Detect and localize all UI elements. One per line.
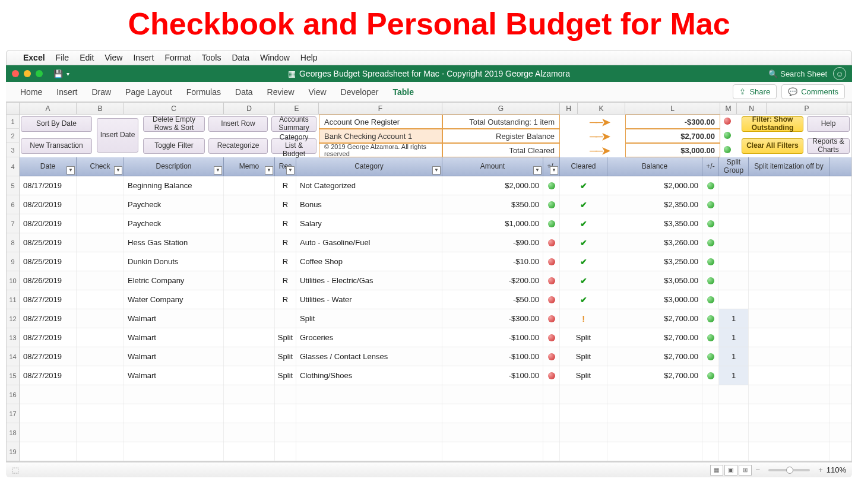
row-9[interactable]: 9: [7, 252, 20, 271]
tab-data[interactable]: Data: [228, 87, 260, 97]
row-18[interactable]: 18: [7, 423, 20, 442]
row-2[interactable]: 2: [7, 129, 20, 143]
row-11[interactable]: 11: [7, 290, 20, 309]
menu-tools[interactable]: Tools: [202, 53, 221, 62]
row-1[interactable]: 1: [7, 115, 20, 129]
col-K[interactable]: K: [578, 103, 625, 114]
hdr-category[interactable]: Category▼: [296, 157, 442, 176]
selection-mode-icon[interactable]: ⬚: [12, 465, 19, 474]
col-C[interactable]: C: [124, 103, 224, 114]
col-D[interactable]: D: [224, 103, 275, 114]
filter-icon[interactable]: ▼: [114, 166, 122, 175]
filter-icon[interactable]: ▼: [550, 166, 558, 175]
table-row[interactable]: 08/27/2019WalmartSplitClothing/Shoes-$10…: [20, 366, 851, 385]
filter-icon[interactable]: ▼: [286, 166, 295, 175]
clear-all-filters-button[interactable]: Clear All Filters: [742, 138, 803, 154]
row-19[interactable]: 19: [7, 442, 20, 461]
recategorize-button[interactable]: Recategorize: [208, 138, 268, 154]
help-button[interactable]: Help: [807, 116, 850, 132]
table-row[interactable]: [20, 385, 851, 404]
close-icon[interactable]: [12, 70, 19, 77]
col-G[interactable]: G: [442, 103, 560, 114]
insert-date-button[interactable]: Insert Date: [97, 118, 138, 153]
row-16[interactable]: 16: [7, 385, 20, 404]
col-P[interactable]: P: [767, 103, 847, 114]
hdr-description[interactable]: Description▼: [124, 157, 224, 176]
table-row[interactable]: [20, 404, 851, 423]
row-4[interactable]: 4: [7, 157, 20, 176]
tab-home[interactable]: Home: [13, 87, 49, 97]
zoom-slider[interactable]: [768, 469, 810, 471]
tab-formulas[interactable]: Formulas: [179, 87, 228, 97]
hdr-rec[interactable]: Rec▼: [275, 157, 296, 176]
hdr-date[interactable]: Date▼: [20, 157, 77, 176]
row-14[interactable]: 14: [7, 347, 20, 366]
sort-by-date-button[interactable]: Sort By Date: [21, 116, 92, 132]
tab-insert[interactable]: Insert: [49, 87, 84, 97]
row-15[interactable]: 15: [7, 366, 20, 385]
table-row[interactable]: [20, 423, 851, 442]
menu-data[interactable]: Data: [232, 53, 249, 62]
zoom-out-icon[interactable]: −: [756, 465, 761, 474]
filter-icon[interactable]: ▼: [432, 166, 441, 175]
reports-button[interactable]: Reports & Charts: [807, 138, 850, 154]
menu-window[interactable]: Window: [260, 53, 290, 62]
row-10[interactable]: 10: [7, 271, 20, 290]
row-8[interactable]: 8: [7, 233, 20, 252]
hdr-balance[interactable]: Balance: [607, 157, 702, 176]
delete-empty-button[interactable]: Delete Empty Rows & Sort: [143, 116, 205, 132]
comments-button[interactable]: 💬Comments: [781, 84, 845, 99]
search-sheet[interactable]: 🔍Search Sheet: [768, 69, 827, 78]
table-row[interactable]: 08/17/2019Beginning BalanceRNot Categori…: [20, 176, 851, 195]
tab-developer[interactable]: Developer: [334, 87, 386, 97]
filter-icon[interactable]: ▼: [214, 166, 222, 175]
view-page-layout-icon[interactable]: ▣: [724, 465, 737, 476]
menu-format[interactable]: Format: [164, 53, 191, 62]
menu-file[interactable]: File: [56, 53, 69, 62]
hdr-amount[interactable]: Amount▼: [442, 157, 543, 176]
table-row[interactable]: 08/25/2019Dunkin DonutsRCoffee Shop-$10.…: [20, 252, 851, 271]
hdr-pm2[interactable]: +/-: [702, 157, 719, 176]
toggle-filter-button[interactable]: Toggle Filter: [143, 138, 205, 154]
col-F[interactable]: F: [319, 103, 442, 114]
row-13[interactable]: 13: [7, 328, 20, 347]
table-row[interactable]: 08/27/2019WalmartSplitGroceries-$100.00S…: [20, 328, 851, 347]
table-row[interactable]: 08/27/2019Water CompanyRUtilities - Wate…: [20, 290, 851, 309]
filter-show-outstanding-button[interactable]: Filter: Show Outstanding: [742, 116, 803, 132]
row-3[interactable]: 3: [7, 143, 20, 157]
hdr-memo[interactable]: Memo▼: [224, 157, 275, 176]
hdr-itemization[interactable]: Split itemization off by: [749, 157, 829, 176]
table-row[interactable]: [20, 442, 851, 461]
tab-draw[interactable]: Draw: [84, 87, 118, 97]
menu-view[interactable]: View: [105, 53, 122, 62]
row-7[interactable]: 7: [7, 214, 20, 233]
table-row[interactable]: 08/20/2019PaycheckRSalary$1,000.00✔$3,35…: [20, 214, 851, 233]
view-normal-icon[interactable]: ▦: [710, 465, 723, 476]
row-12[interactable]: 12: [7, 309, 20, 328]
accounts-summary-button[interactable]: Accounts Summary: [271, 116, 316, 132]
zoom-level[interactable]: 110%: [827, 465, 846, 474]
qat-chevron-icon[interactable]: ▾: [67, 71, 69, 77]
insert-row-button[interactable]: Insert Row: [208, 116, 268, 132]
col-N[interactable]: N: [737, 103, 767, 114]
hdr-pm[interactable]: +/-▼: [543, 157, 560, 176]
tab-table[interactable]: Table: [385, 87, 421, 97]
filter-icon[interactable]: ▼: [67, 166, 75, 175]
minimize-icon[interactable]: [24, 70, 31, 77]
tab-page-layout[interactable]: Page Layout: [118, 87, 179, 97]
row-17[interactable]: 17: [7, 404, 20, 423]
maximize-icon[interactable]: [36, 70, 43, 77]
col-M[interactable]: M: [720, 103, 737, 114]
menu-app[interactable]: Excel: [23, 53, 45, 62]
table-row[interactable]: 08/26/2019Eletric CompanyRUtilities - El…: [20, 271, 851, 290]
hdr-check[interactable]: Check▼: [77, 157, 124, 176]
row-5[interactable]: 5: [7, 176, 20, 195]
tab-review[interactable]: Review: [260, 87, 302, 97]
col-L[interactable]: L: [625, 103, 720, 114]
menu-help[interactable]: Help: [300, 53, 318, 62]
new-transaction-button[interactable]: New Transaction: [21, 138, 92, 154]
save-icon[interactable]: 💾: [53, 69, 63, 78]
tab-view[interactable]: View: [302, 87, 334, 97]
table-row[interactable]: 08/20/2019PaycheckRBonus$350.00✔$2,350.0…: [20, 195, 851, 214]
filter-icon[interactable]: ▼: [265, 166, 273, 175]
